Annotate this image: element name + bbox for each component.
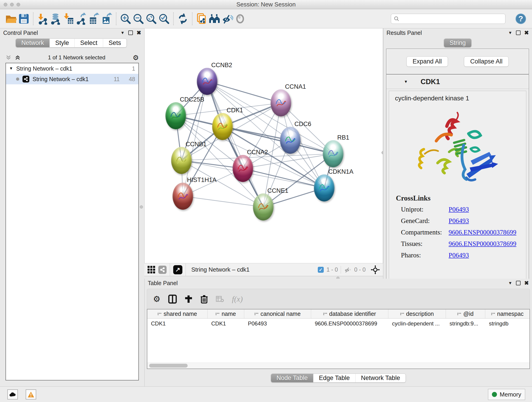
cell-description[interactable]: cyclin-dependent ... — [388, 319, 446, 329]
zoom-fit-button[interactable] — [145, 12, 158, 25]
memory-status-button[interactable]: Memory — [488, 389, 525, 400]
export-network-button[interactable] — [75, 12, 88, 25]
node-CDK1[interactable] — [212, 113, 233, 140]
zoom-in-button[interactable] — [119, 12, 132, 25]
table-options-gear-icon[interactable]: ⚙ — [153, 294, 160, 304]
open-file-button[interactable] — [5, 12, 17, 25]
float-panel-button[interactable]: ▼ — [120, 31, 125, 35]
maximize-results-button[interactable] — [516, 31, 520, 35]
maximize-window-button[interactable] — [17, 3, 20, 6]
collapse-all-icon[interactable] — [6, 55, 12, 61]
selected-nodes-checkbox[interactable]: ✓ — [318, 267, 324, 273]
scrollbar-thumb[interactable] — [149, 364, 188, 368]
tab-edge-table[interactable]: Edge Table — [313, 374, 355, 382]
tab-style[interactable]: Style — [50, 39, 75, 47]
cell-shared-name[interactable]: CDK1 — [147, 319, 208, 329]
warnings-button[interactable] — [26, 389, 36, 400]
column-header[interactable]: database identifier — [311, 309, 388, 318]
edge-CCNB2-CCNE1[interactable] — [207, 81, 263, 207]
crosslink-pharos-link[interactable]: P06493 — [449, 251, 469, 259]
maximize-table-button[interactable] — [516, 281, 520, 285]
column-header[interactable]: description — [388, 309, 446, 318]
float-results-button[interactable]: ▼ — [508, 31, 512, 35]
tab-network[interactable]: Network — [16, 39, 50, 47]
search-input[interactable] — [401, 16, 502, 22]
left-splitter-handle[interactable] — [140, 205, 143, 209]
column-header[interactable]: shared name — [147, 309, 208, 318]
zoom-selected-button[interactable] — [158, 12, 171, 25]
expand-all-button[interactable]: Expand All — [406, 56, 448, 67]
collection-expander-icon[interactable]: ▼ — [9, 66, 13, 71]
crosslink-genecard-link[interactable]: P06493 — [449, 217, 469, 225]
crosslink-tissues-link[interactable]: 9606.ENSP00000378699 — [449, 240, 516, 248]
tab-node-table[interactable]: Node Table — [271, 374, 313, 382]
node-CDKN1A[interactable] — [314, 174, 335, 201]
hide-selected-button[interactable] — [221, 12, 234, 25]
crosslink-uniprot-link[interactable]: P06493 — [449, 206, 469, 213]
clone-network-button[interactable] — [195, 12, 208, 25]
export-table-button[interactable] — [88, 12, 100, 25]
network-thumbnail-icon[interactable] — [158, 266, 167, 274]
cell-canonical-name[interactable]: P06493 — [244, 319, 311, 329]
zoom-out-button[interactable] — [132, 12, 145, 25]
tab-select[interactable]: Select — [75, 39, 103, 47]
close-panel-button[interactable]: ✖ — [137, 30, 141, 36]
column-header[interactable]: @id — [446, 309, 485, 318]
network-options-gear-icon[interactable]: ⚙ — [133, 54, 139, 62]
cell-namespace[interactable]: stringdb — [485, 319, 530, 329]
home-button[interactable] — [208, 12, 221, 25]
add-column-icon[interactable] — [185, 295, 192, 303]
edge-CCNB2-CCNA1[interactable] — [207, 81, 281, 103]
node-CCNB1[interactable] — [171, 147, 192, 174]
close-table-button[interactable]: ✖ — [524, 280, 529, 286]
refresh-button[interactable] — [177, 12, 189, 25]
expand-all-icon[interactable] — [15, 55, 21, 61]
save-session-button[interactable] — [17, 12, 30, 25]
minimize-window-button[interactable] — [10, 3, 14, 6]
collapse-all-button[interactable]: Collapse All — [464, 56, 509, 67]
import-table-button[interactable] — [62, 12, 75, 25]
node-RB1[interactable] — [323, 140, 343, 167]
fit-content-crosshair-icon[interactable] — [371, 265, 380, 274]
cloud-status-button[interactable] — [7, 389, 18, 400]
show-columns-icon[interactable] — [168, 294, 177, 304]
column-header[interactable]: canonical name — [244, 309, 311, 318]
birds-eye-view-icon[interactable] — [147, 266, 155, 274]
cell-name[interactable]: CDK1 — [208, 319, 244, 329]
crosslink-compartments-link[interactable]: 9606.ENSP00000378699 — [449, 229, 516, 236]
node-CCNA2[interactable] — [233, 155, 253, 182]
tab-network-table[interactable]: Network Table — [355, 374, 406, 382]
help-button[interactable]: ? — [515, 13, 526, 24]
network-canvas[interactable]: CCNB2CCNA1CDC25BCDK1CDC6RB1CCNB1CCNA2CDK… — [144, 28, 383, 263]
column-header[interactable]: namespac — [485, 309, 530, 318]
node-label-HIST1H1A: HIST1H1A — [187, 177, 216, 184]
network-row[interactable]: String Network – cdk1 11 48 — [6, 74, 138, 84]
table-row[interactable]: CDK1 CDK1 P06493 9606.ENSP00000378699 cy… — [147, 319, 530, 329]
network-collection-row[interactable]: ▼ String Network – cdk1 1 — [6, 63, 138, 74]
node-CCNE1[interactable] — [253, 193, 273, 220]
node-CCNB2[interactable] — [197, 68, 217, 95]
float-table-button[interactable]: ▼ — [508, 281, 512, 286]
node-HIST1H1A[interactable] — [172, 183, 193, 210]
show-all-button[interactable] — [234, 12, 247, 25]
node-CDC6[interactable] — [280, 127, 301, 154]
horizontal-scrollbar[interactable] — [147, 363, 530, 369]
maximize-panel-button[interactable] — [128, 31, 133, 35]
node-CDC25B[interactable] — [165, 102, 186, 129]
cell-database-identifier[interactable]: 9606.ENSP00000378699 — [311, 319, 388, 329]
node-CCNA1[interactable] — [271, 89, 291, 116]
tab-string[interactable]: String — [444, 39, 471, 47]
delete-column-icon[interactable] — [200, 294, 208, 304]
edge-HIST1H1A-CCNE1[interactable] — [183, 196, 263, 207]
close-results-button[interactable]: ✖ — [524, 30, 529, 36]
column-header[interactable]: name — [208, 309, 244, 318]
import-database-button[interactable] — [49, 12, 62, 25]
tab-sets[interactable]: Sets — [103, 39, 127, 47]
cell-id[interactable]: stringdb:9... — [446, 319, 485, 329]
edge-CCNA2-CDKN1A[interactable] — [243, 168, 324, 188]
detach-view-button[interactable]: ↗ — [173, 265, 182, 274]
export-image-button[interactable] — [100, 12, 113, 25]
entry-expander-icon[interactable]: ▼ — [404, 80, 408, 84]
import-network-button[interactable] — [36, 12, 49, 25]
close-window-button[interactable] — [4, 3, 7, 6]
